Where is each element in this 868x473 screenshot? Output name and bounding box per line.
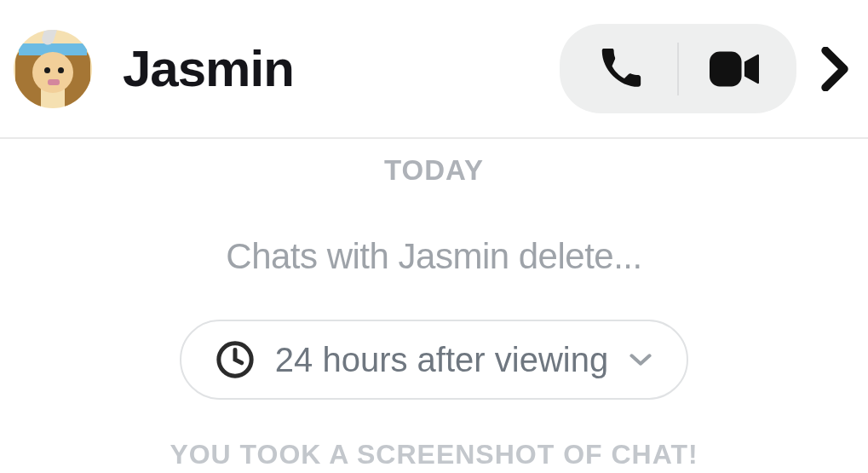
phone-icon [601, 49, 642, 89]
video-call-button[interactable] [679, 24, 790, 113]
chevron-down-icon [629, 352, 652, 367]
chat-header: Jasmin [0, 0, 868, 139]
screenshot-banner: YOU TOOK A SCREENSHOT OF CHAT! [170, 439, 698, 470]
avatar[interactable] [14, 30, 92, 108]
chevron-right-icon [821, 47, 848, 91]
svg-rect-0 [710, 51, 742, 86]
date-label: TODAY [384, 154, 484, 187]
more-button[interactable] [815, 24, 854, 113]
contact-name[interactable]: Jasmin [123, 39, 294, 98]
header-right [560, 24, 854, 113]
delete-setting-label: 24 hours after viewing [275, 341, 608, 379]
audio-call-button[interactable] [566, 24, 677, 113]
call-group [560, 24, 796, 113]
header-left: Jasmin [14, 30, 294, 108]
delete-setting-pill[interactable]: 24 hours after viewing [180, 320, 688, 400]
clock-icon [216, 340, 255, 379]
chat-body: TODAY Chats with Jasmin delete... 24 hou… [0, 139, 868, 470]
delete-notice: Chats with Jasmin delete... [226, 236, 641, 277]
video-icon [710, 50, 759, 88]
